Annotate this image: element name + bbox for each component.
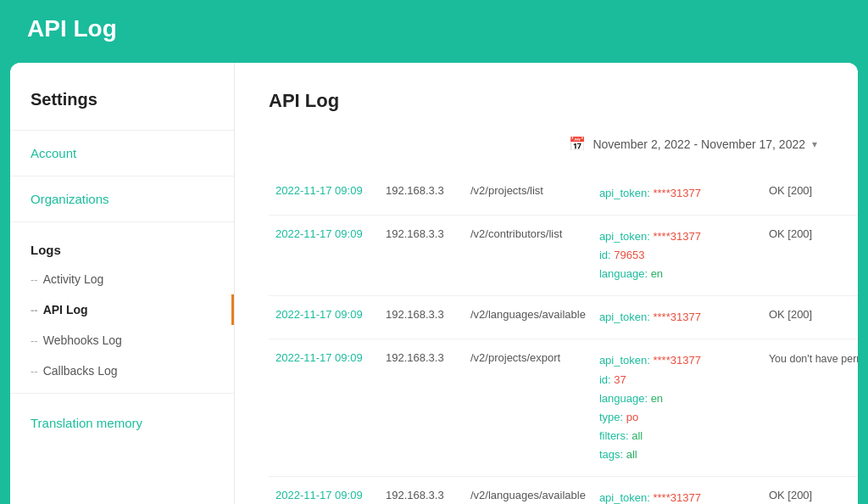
log-params: api_token: ****31377: [593, 172, 762, 216]
param-value: po: [626, 411, 638, 423]
content-area: API Log 📅 November 2, 2022 - November 17…: [235, 63, 858, 504]
calendar-icon: 📅: [569, 136, 586, 152]
log-timestamp: 2022-11-17 09:09: [269, 339, 379, 477]
sidebar-logs-title: Logs: [10, 236, 234, 264]
param-key: tags:: [599, 448, 626, 461]
log-ip: 192.168.3.3: [379, 216, 464, 296]
log-ip: 192.168.3.3: [379, 477, 464, 504]
param-value: en: [651, 392, 663, 405]
sidebar-item-api-log[interactable]: -- API Log: [10, 294, 234, 325]
log-endpoint: /v2/projects/export: [464, 339, 593, 477]
sidebar-item-webhooks-log[interactable]: -- Webhooks Log: [10, 325, 234, 356]
log-table: 2022-11-17 09:09192.168.3.3/v2/projects/…: [269, 172, 858, 504]
log-params: api_token: ****31377: [593, 296, 762, 339]
dash-icon: --: [31, 365, 38, 378]
log-timestamp: 2022-11-17 09:09: [269, 296, 379, 339]
table-row: 2022-11-17 09:09192.168.3.3/v2/projects/…: [269, 339, 858, 477]
sidebar-section-organizations: Organizations: [10, 176, 234, 221]
param-value: en: [651, 267, 663, 280]
sidebar-logs-group: Logs -- Activity Log -- API Log -- Webho…: [10, 221, 234, 393]
sidebar-bottom: Translation memory: [10, 393, 234, 452]
log-status: OK [200]: [762, 216, 858, 296]
param-key: filters:: [599, 429, 632, 442]
log-endpoint: /v2/languages/available: [464, 477, 593, 504]
param-key: type:: [599, 411, 626, 423]
sidebar-item-callbacks-log[interactable]: -- Callbacks Log: [10, 356, 234, 386]
dash-icon: --: [31, 273, 38, 286]
sidebar-item-organizations[interactable]: Organizations: [10, 176, 234, 221]
dash-icon: --: [31, 304, 38, 316]
sidebar-item-activity-log[interactable]: -- Activity Log: [10, 264, 234, 294]
param-value: all: [626, 448, 637, 461]
param-key: api_token:: [599, 311, 654, 323]
table-row: 2022-11-17 09:09192.168.3.3/v2/languages…: [269, 477, 858, 504]
param-key: api_token:: [599, 230, 654, 243]
date-range-label: November 2, 2022 - November 17, 2022: [593, 137, 805, 151]
dash-icon: --: [31, 334, 38, 347]
log-ip: 192.168.3.3: [379, 339, 464, 477]
sidebar-section-account: Account: [10, 130, 234, 176]
log-ip: 192.168.3.3: [379, 172, 464, 216]
param-value: ****31377: [654, 311, 701, 323]
param-key: id:: [599, 249, 614, 261]
log-endpoint: /v2/contributors/list: [464, 216, 593, 296]
table-row: 2022-11-17 09:09192.168.3.3/v2/contribut…: [269, 216, 858, 296]
log-ip: 192.168.3.3: [379, 296, 464, 339]
log-status: OK [200]: [762, 477, 858, 504]
sidebar-item-account[interactable]: Account: [10, 131, 234, 176]
param-value: ****31377: [654, 354, 701, 367]
param-key: language:: [599, 267, 651, 280]
param-key: api_token:: [599, 354, 654, 367]
param-key: language:: [599, 392, 651, 405]
date-range-button[interactable]: 📅 November 2, 2022 - November 17, 2022 ▾: [562, 132, 824, 155]
log-params: api_token: ****31377id: 79653language: e…: [593, 216, 762, 296]
log-params: api_token: ****31377: [593, 477, 762, 504]
log-timestamp: 2022-11-17 09:09: [269, 216, 379, 296]
log-status: OK [200]: [762, 296, 858, 339]
table-row: 2022-11-17 09:09192.168.3.3/v2/projects/…: [269, 172, 858, 216]
sidebar-title: Settings: [10, 90, 234, 130]
log-status: You don't have permission to access this…: [762, 339, 858, 477]
content-title: API Log: [269, 90, 824, 112]
log-timestamp: 2022-11-17 09:09: [269, 477, 379, 504]
table-row: 2022-11-17 09:09192.168.3.3/v2/languages…: [269, 296, 858, 339]
param-value: ****31377: [654, 230, 701, 243]
sidebar-item-translation-memory[interactable]: Translation memory: [10, 407, 234, 439]
param-value: ****31377: [654, 187, 701, 199]
param-key: api_token:: [599, 491, 654, 504]
sidebar: Settings Account Organizations Logs -- A…: [10, 63, 235, 504]
page-title: API Log: [27, 15, 841, 42]
chevron-down-icon: ▾: [812, 138, 817, 150]
log-status: OK [200]: [762, 172, 858, 216]
param-value: 37: [614, 373, 626, 386]
param-key: api_token:: [599, 187, 654, 199]
date-filter-bar: 📅 November 2, 2022 - November 17, 2022 ▾: [269, 132, 824, 155]
param-key: id:: [599, 373, 614, 386]
log-endpoint: /v2/projects/list: [464, 172, 593, 216]
log-endpoint: /v2/languages/available: [464, 296, 593, 339]
param-value: 79653: [614, 249, 644, 261]
log-params: api_token: ****31377id: 37language: enty…: [593, 339, 762, 477]
log-timestamp: 2022-11-17 09:09: [269, 172, 379, 216]
param-value: all: [632, 429, 643, 442]
param-value: ****31377: [654, 491, 701, 504]
